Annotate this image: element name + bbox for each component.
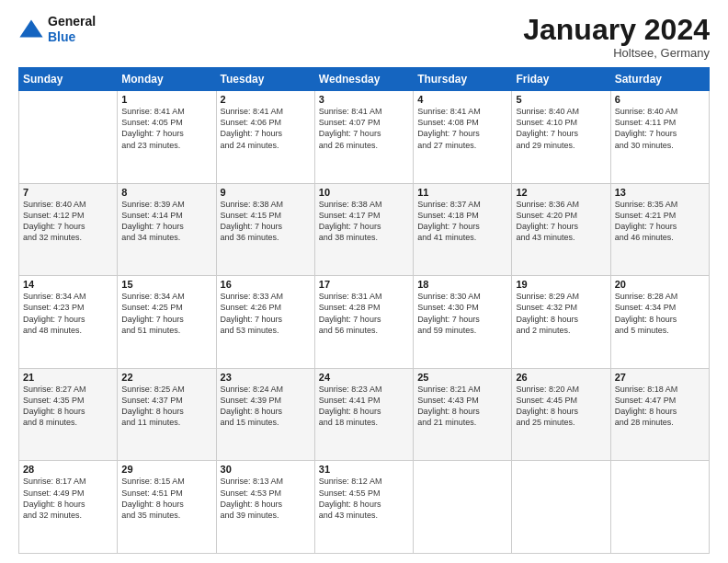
day-number: 31 <box>319 464 409 475</box>
calendar-cell: 21Sunrise: 8:27 AM Sunset: 4:35 PM Dayli… <box>19 368 118 461</box>
calendar-cell <box>414 461 512 554</box>
day-number: 1 <box>121 94 211 105</box>
weekday-header-thursday: Thursday <box>414 68 512 91</box>
calendar-cell: 31Sunrise: 8:12 AM Sunset: 4:55 PM Dayli… <box>314 461 413 554</box>
calendar-cell: 1Sunrise: 8:41 AM Sunset: 4:05 PM Daylig… <box>118 91 216 184</box>
calendar-cell: 10Sunrise: 8:38 AM Sunset: 4:17 PM Dayli… <box>314 183 413 276</box>
logo: General Blue <box>18 14 96 45</box>
day-info: Sunrise: 8:20 AM Sunset: 4:45 PM Dayligh… <box>516 384 606 429</box>
day-info: Sunrise: 8:23 AM Sunset: 4:41 PM Dayligh… <box>319 384 409 429</box>
day-info: Sunrise: 8:25 AM Sunset: 4:37 PM Dayligh… <box>121 384 211 429</box>
calendar-cell: 27Sunrise: 8:18 AM Sunset: 4:47 PM Dayli… <box>610 368 709 461</box>
day-number: 29 <box>121 464 211 475</box>
day-info: Sunrise: 8:30 AM Sunset: 4:30 PM Dayligh… <box>417 291 507 336</box>
day-info: Sunrise: 8:12 AM Sunset: 4:55 PM Dayligh… <box>319 476 409 521</box>
calendar-cell: 11Sunrise: 8:37 AM Sunset: 4:18 PM Dayli… <box>414 183 512 276</box>
day-number: 30 <box>221 464 311 475</box>
day-info: Sunrise: 8:15 AM Sunset: 4:51 PM Dayligh… <box>121 476 211 521</box>
header: General Blue January 2024 Holtsee, Germa… <box>18 14 710 60</box>
day-info: Sunrise: 8:21 AM Sunset: 4:43 PM Dayligh… <box>417 384 507 429</box>
weekday-header-row: SundayMondayTuesdayWednesdayThursdayFrid… <box>19 68 710 91</box>
title-block: January 2024 Holtsee, Germany <box>523 14 710 60</box>
day-number: 18 <box>417 279 507 290</box>
month-title: January 2024 <box>523 14 710 46</box>
day-number: 11 <box>417 187 507 198</box>
calendar-cell: 8Sunrise: 8:39 AM Sunset: 4:14 PM Daylig… <box>118 183 216 276</box>
calendar-cell: 5Sunrise: 8:40 AM Sunset: 4:10 PM Daylig… <box>512 91 610 184</box>
logo-icon <box>18 17 44 42</box>
day-info: Sunrise: 8:31 AM Sunset: 4:28 PM Dayligh… <box>319 291 409 336</box>
day-number: 28 <box>23 464 113 475</box>
calendar-week-row: 14Sunrise: 8:34 AM Sunset: 4:23 PM Dayli… <box>19 276 710 369</box>
day-number: 3 <box>319 94 409 105</box>
calendar-cell: 16Sunrise: 8:33 AM Sunset: 4:26 PM Dayli… <box>216 276 314 369</box>
weekday-header-friday: Friday <box>512 68 610 91</box>
calendar-cell: 15Sunrise: 8:34 AM Sunset: 4:25 PM Dayli… <box>118 276 216 369</box>
day-info: Sunrise: 8:28 AM Sunset: 4:34 PM Dayligh… <box>615 291 705 336</box>
day-info: Sunrise: 8:41 AM Sunset: 4:05 PM Dayligh… <box>121 106 211 151</box>
day-info: Sunrise: 8:18 AM Sunset: 4:47 PM Dayligh… <box>615 384 705 429</box>
weekday-header-tuesday: Tuesday <box>216 68 314 91</box>
calendar-cell: 2Sunrise: 8:41 AM Sunset: 4:06 PM Daylig… <box>216 91 314 184</box>
calendar-cell <box>610 461 709 554</box>
calendar-cell: 4Sunrise: 8:41 AM Sunset: 4:08 PM Daylig… <box>414 91 512 184</box>
day-info: Sunrise: 8:40 AM Sunset: 4:11 PM Dayligh… <box>615 106 705 151</box>
weekday-header-wednesday: Wednesday <box>314 68 413 91</box>
calendar-cell: 12Sunrise: 8:36 AM Sunset: 4:20 PM Dayli… <box>512 183 610 276</box>
calendar-cell <box>19 91 118 184</box>
day-number: 12 <box>516 187 606 198</box>
calendar-cell: 13Sunrise: 8:35 AM Sunset: 4:21 PM Dayli… <box>610 183 709 276</box>
day-number: 20 <box>615 279 705 290</box>
calendar-cell: 17Sunrise: 8:31 AM Sunset: 4:28 PM Dayli… <box>314 276 413 369</box>
day-info: Sunrise: 8:40 AM Sunset: 4:10 PM Dayligh… <box>516 106 606 151</box>
day-info: Sunrise: 8:36 AM Sunset: 4:20 PM Dayligh… <box>516 199 606 244</box>
day-info: Sunrise: 8:17 AM Sunset: 4:49 PM Dayligh… <box>23 476 113 521</box>
calendar-cell: 9Sunrise: 8:38 AM Sunset: 4:15 PM Daylig… <box>216 183 314 276</box>
calendar-cell: 7Sunrise: 8:40 AM Sunset: 4:12 PM Daylig… <box>19 183 118 276</box>
day-number: 7 <box>23 187 113 198</box>
calendar-cell: 19Sunrise: 8:29 AM Sunset: 4:32 PM Dayli… <box>512 276 610 369</box>
day-info: Sunrise: 8:33 AM Sunset: 4:26 PM Dayligh… <box>221 291 311 336</box>
weekday-header-monday: Monday <box>118 68 216 91</box>
calendar-cell: 18Sunrise: 8:30 AM Sunset: 4:30 PM Dayli… <box>414 276 512 369</box>
day-info: Sunrise: 8:13 AM Sunset: 4:53 PM Dayligh… <box>221 476 311 521</box>
day-number: 13 <box>615 187 705 198</box>
day-number: 17 <box>319 279 409 290</box>
day-number: 14 <box>23 279 113 290</box>
calendar-cell: 25Sunrise: 8:21 AM Sunset: 4:43 PM Dayli… <box>414 368 512 461</box>
logo-text: General Blue <box>48 14 96 45</box>
day-info: Sunrise: 8:29 AM Sunset: 4:32 PM Dayligh… <box>516 291 606 336</box>
calendar-cell: 22Sunrise: 8:25 AM Sunset: 4:37 PM Dayli… <box>118 368 216 461</box>
day-info: Sunrise: 8:38 AM Sunset: 4:17 PM Dayligh… <box>319 199 409 244</box>
day-info: Sunrise: 8:41 AM Sunset: 4:08 PM Dayligh… <box>417 106 507 151</box>
day-number: 24 <box>319 372 409 383</box>
day-number: 10 <box>319 187 409 198</box>
calendar-cell: 6Sunrise: 8:40 AM Sunset: 4:11 PM Daylig… <box>610 91 709 184</box>
day-number: 15 <box>121 279 211 290</box>
day-info: Sunrise: 8:34 AM Sunset: 4:25 PM Dayligh… <box>121 291 211 336</box>
calendar-cell: 20Sunrise: 8:28 AM Sunset: 4:34 PM Dayli… <box>610 276 709 369</box>
calendar-week-row: 1Sunrise: 8:41 AM Sunset: 4:05 PM Daylig… <box>19 91 710 184</box>
weekday-header-saturday: Saturday <box>610 68 709 91</box>
day-number: 22 <box>121 372 211 383</box>
calendar-table: SundayMondayTuesdayWednesdayThursdayFrid… <box>18 67 710 554</box>
calendar-cell: 30Sunrise: 8:13 AM Sunset: 4:53 PM Dayli… <box>216 461 314 554</box>
day-info: Sunrise: 8:40 AM Sunset: 4:12 PM Dayligh… <box>23 199 113 244</box>
calendar-cell: 24Sunrise: 8:23 AM Sunset: 4:41 PM Dayli… <box>314 368 413 461</box>
day-info: Sunrise: 8:24 AM Sunset: 4:39 PM Dayligh… <box>221 384 311 429</box>
day-number: 26 <box>516 372 606 383</box>
svg-marker-1 <box>22 23 41 36</box>
day-number: 6 <box>615 94 705 105</box>
calendar-week-row: 21Sunrise: 8:27 AM Sunset: 4:35 PM Dayli… <box>19 368 710 461</box>
day-info: Sunrise: 8:39 AM Sunset: 4:14 PM Dayligh… <box>121 199 211 244</box>
day-number: 2 <box>221 94 311 105</box>
day-number: 16 <box>221 279 311 290</box>
day-info: Sunrise: 8:37 AM Sunset: 4:18 PM Dayligh… <box>417 199 507 244</box>
calendar-cell: 3Sunrise: 8:41 AM Sunset: 4:07 PM Daylig… <box>314 91 413 184</box>
day-info: Sunrise: 8:41 AM Sunset: 4:06 PM Dayligh… <box>221 106 311 151</box>
day-number: 9 <box>221 187 311 198</box>
day-info: Sunrise: 8:35 AM Sunset: 4:21 PM Dayligh… <box>615 199 705 244</box>
calendar-cell: 28Sunrise: 8:17 AM Sunset: 4:49 PM Dayli… <box>19 461 118 554</box>
day-number: 23 <box>221 372 311 383</box>
day-info: Sunrise: 8:38 AM Sunset: 4:15 PM Dayligh… <box>221 199 311 244</box>
